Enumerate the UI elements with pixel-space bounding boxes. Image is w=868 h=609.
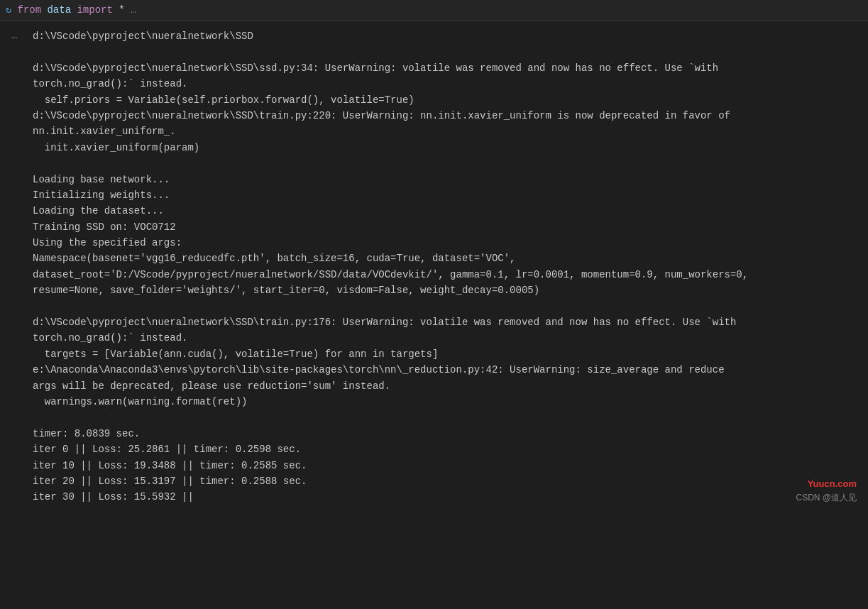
output-timer: timer: 8.0839 sec.: [33, 426, 857, 441]
keyword-import: import: [77, 4, 112, 16]
output-warning2b: nn.init.xavier_uniform_.: [33, 124, 857, 139]
import-rest: *: [119, 4, 131, 16]
refresh-icon: ↻: [6, 3, 11, 18]
output-args-header: Using the specified args:: [33, 235, 857, 251]
output-iter20: iter 20 || Loss: 15.3197 || timer: 0.258…: [33, 473, 857, 489]
output-namespace2: dataset_root='D:/VScode/pyproject/nueral…: [33, 267, 857, 282]
ellipsis-label: …: [11, 28, 26, 43]
output-namespace3: resume=None, save_folder='weights/', sta…: [33, 282, 857, 298]
output-loading3: Loading the dataset...: [33, 203, 857, 219]
output-namespace1: Namespace(basenet='vgg16_reducedfc.pth',…: [33, 251, 857, 266]
output-iter30: iter 30 || Loss: 15.5932 ||: [33, 489, 857, 505]
output-warning1c: self.priors = Variable(self.priorbox.for…: [33, 92, 857, 108]
output-warning4a: e:\Anaconda\Anaconda3\envs\pytorch\lib\s…: [33, 362, 857, 378]
output-warning4c: warnings.warn(warning.format(ret)): [33, 394, 857, 410]
output-warning1a: d:\VScode\pyproject\nueralnetwork\SSD\ss…: [33, 60, 857, 76]
output-warning4b: args will be deprecated, please use redu…: [33, 378, 857, 394]
watermark-author: CSDN @道人见: [796, 491, 857, 504]
output-iter0: iter 0 || Loss: 25.2861 || timer: 0.2598…: [33, 441, 857, 457]
terminal-output: d:\VScode\pyproject\nueralnetwork\SSD d:…: [33, 28, 857, 505]
output-warning2c: init.xavier_uniform(param): [33, 140, 857, 155]
output-iter10: iter 10 || Loss: 19.3488 || timer: 0.258…: [33, 458, 857, 473]
output-training: Training SSD on: VOC0712: [33, 219, 857, 235]
keyword-from: from: [17, 4, 41, 16]
output-loading1: Loading base network...: [33, 172, 857, 187]
output-warning3b: torch.no_grad():` instead.: [33, 330, 857, 346]
top-bar: ↻ from data import * …: [0, 0, 868, 21]
output-loading2: Initializing weights...: [33, 187, 857, 203]
import-line: from data import * …: [17, 3, 136, 18]
output-warning3a: d:\VScode\pyproject\nueralnetwork\SSD\tr…: [33, 314, 857, 330]
output-warning2a: d:\VScode\pyproject\nueralnetwork\SSD\tr…: [33, 108, 857, 124]
output-warning1b: torch.no_grad():` instead.: [33, 76, 857, 92]
module-name: data: [47, 4, 71, 16]
output-path: d:\VScode\pyproject\nueralnetwork\SSD: [33, 28, 857, 44]
watermark-site: Yuucn.com: [808, 477, 857, 491]
output-warning3c: targets = [Variable(ann.cuda(), volatile…: [33, 346, 857, 362]
dots-more: …: [131, 4, 136, 16]
terminal-area: … d:\VScode\pyproject\nueralnetwork\SSD …: [0, 21, 868, 512]
